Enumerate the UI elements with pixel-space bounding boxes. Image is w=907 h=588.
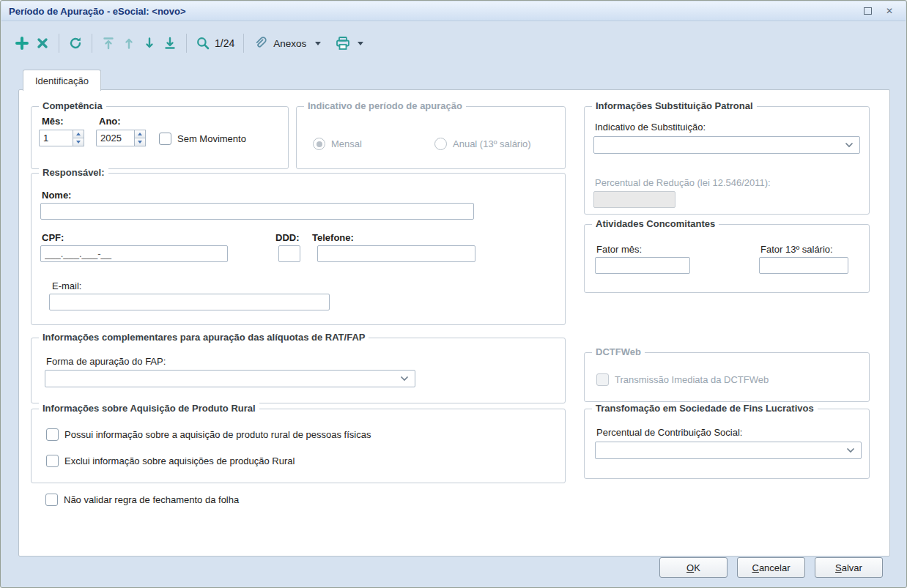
mes-down-button[interactable] bbox=[73, 138, 84, 146]
printer-icon bbox=[335, 36, 351, 51]
attachments-label[interactable]: Anexos bbox=[273, 38, 306, 49]
window-title: Período de Apuração - eSocial: <novo> bbox=[9, 6, 186, 17]
percentual-contribuicao-label: Percentual de Contribuição Social: bbox=[596, 427, 742, 438]
close-button[interactable]: ✕ bbox=[884, 5, 895, 17]
next-record-button[interactable] bbox=[139, 33, 160, 53]
mensal-radio[interactable]: Mensal bbox=[313, 138, 362, 150]
email-input[interactable] bbox=[49, 294, 330, 310]
search-button[interactable] bbox=[193, 33, 213, 53]
group-title: Indicativo de período de apuração bbox=[304, 100, 466, 111]
group-title: Transfomação em Sociedade de Fins Lucrat… bbox=[592, 403, 818, 414]
first-record-button[interactable] bbox=[98, 33, 119, 53]
telefone-input[interactable] bbox=[317, 245, 475, 262]
ok-button[interactable]: OK bbox=[659, 557, 728, 578]
radio-label: Mensal bbox=[331, 138, 362, 149]
indicativo-substituicao-label: Indicativo de Substituição: bbox=[595, 122, 706, 133]
mes-label: Mês: bbox=[42, 116, 64, 127]
save-button[interactable]: Salvar bbox=[815, 557, 883, 578]
ok-button-label: OK bbox=[686, 562, 700, 573]
refresh-button[interactable] bbox=[65, 33, 86, 53]
paperclip-icon bbox=[253, 36, 267, 51]
telefone-label: Telefone: bbox=[312, 232, 354, 243]
record-counter: 1/24 bbox=[215, 37, 234, 49]
anual-radio[interactable]: Anual (13º salário) bbox=[434, 138, 531, 150]
title-bar[interactable]: Período de Apuração - eSocial: <novo> ✕ bbox=[1, 1, 906, 21]
tab-identificacao[interactable]: Identificação bbox=[23, 70, 101, 91]
checkbox-label: Exclui informação sobre aquisições de pr… bbox=[64, 455, 295, 466]
checkbox-label: Sem Movimento bbox=[177, 133, 246, 144]
nome-input[interactable] bbox=[40, 203, 474, 220]
checkbox-icon bbox=[46, 455, 59, 467]
ano-stepper bbox=[96, 130, 146, 146]
add-icon bbox=[15, 36, 29, 51]
print-button[interactable] bbox=[333, 33, 353, 53]
group-dctfweb: DCTFWeb Transmissão Imediata da DCTFWeb bbox=[584, 352, 870, 402]
group-title: Informações sobre Aquisição de Produto R… bbox=[39, 403, 259, 414]
fator-13-input[interactable] bbox=[759, 257, 848, 274]
toolbar-separator bbox=[243, 34, 244, 53]
maximize-button[interactable] bbox=[862, 5, 873, 17]
percentual-reducao-input bbox=[593, 191, 675, 208]
checkbox-icon bbox=[45, 494, 58, 506]
spin-up-icon bbox=[138, 133, 142, 135]
form-panel: Competência Mês: Ano: Sem Movimento bbox=[18, 89, 890, 557]
checkbox-icon bbox=[596, 373, 609, 386]
ano-down-button[interactable] bbox=[135, 138, 145, 146]
nao-validar-fechamento-checkbox[interactable]: Não validar regra de fechamento da folha bbox=[45, 494, 239, 506]
close-icon: ✕ bbox=[886, 6, 893, 16]
radio-icon bbox=[434, 138, 447, 150]
group-indicativo-periodo: Indicativo de período de apuração Mensal… bbox=[296, 106, 566, 169]
checkbox-label: Possui informação sobre a aquisição de p… bbox=[64, 429, 371, 440]
cpf-input[interactable] bbox=[40, 245, 228, 262]
last-record-icon bbox=[163, 36, 177, 51]
group-title: Competência bbox=[39, 100, 106, 111]
exclui-info-aquisicoes-checkbox[interactable]: Exclui informação sobre aquisições de pr… bbox=[46, 455, 295, 467]
delete-icon bbox=[35, 36, 50, 51]
fator-mes-input[interactable] bbox=[595, 257, 690, 274]
ano-up-button[interactable] bbox=[135, 130, 145, 138]
print-dropdown-icon[interactable] bbox=[358, 42, 363, 45]
last-record-button[interactable] bbox=[160, 33, 180, 53]
group-title: DCTFWeb bbox=[592, 346, 645, 357]
mes-input[interactable] bbox=[39, 130, 73, 146]
toolbar-separator bbox=[59, 34, 59, 53]
cpf-label: CPF: bbox=[42, 232, 64, 243]
sem-movimento-checkbox[interactable]: Sem Movimento bbox=[159, 133, 246, 145]
delete-button[interactable] bbox=[32, 33, 53, 53]
search-icon bbox=[196, 36, 210, 51]
mes-up-button[interactable] bbox=[73, 130, 84, 138]
email-label: E-mail: bbox=[52, 280, 81, 291]
group-ratfap: Informações complementares para apuração… bbox=[31, 338, 566, 403]
group-atividades-concomitantes: Atividades Concomitantes Fator mês: Fato… bbox=[584, 224, 870, 293]
group-responsavel: Responsável: Nome: CPF: DDD: Telefone: E… bbox=[31, 173, 566, 325]
cancel-button[interactable]: Cancelar bbox=[737, 557, 805, 578]
add-button[interactable] bbox=[12, 33, 32, 53]
percentual-reducao-label: Percentual de Redução (lei 12.546/2011): bbox=[595, 177, 771, 188]
ano-input[interactable] bbox=[96, 130, 134, 146]
first-record-icon bbox=[101, 36, 116, 51]
group-transformacao-sociedade: Transfomação em Sociedade de Fins Lucrat… bbox=[584, 409, 870, 479]
fator-13-label: Fator 13º salário: bbox=[760, 244, 833, 255]
indicativo-substituicao-select[interactable] bbox=[593, 136, 860, 154]
chevron-down-icon bbox=[845, 142, 854, 148]
spin-down-icon bbox=[76, 141, 81, 144]
ddd-input[interactable] bbox=[278, 245, 300, 262]
maximize-icon bbox=[864, 7, 872, 15]
toolbar-separator bbox=[186, 34, 187, 53]
previous-record-button[interactable] bbox=[119, 33, 139, 53]
percentual-contribuicao-select[interactable] bbox=[595, 442, 862, 459]
nome-label: Nome: bbox=[42, 190, 71, 201]
attachments-dropdown-icon[interactable] bbox=[315, 42, 321, 45]
attachments-button[interactable] bbox=[250, 33, 270, 53]
toolbar: 1/24 Anexos bbox=[1, 21, 906, 65]
window-controls: ✕ bbox=[862, 5, 898, 17]
spin-up-icon bbox=[76, 133, 81, 135]
ddd-label: DDD: bbox=[275, 232, 300, 243]
refresh-icon bbox=[68, 36, 83, 51]
group-competencia: Competência Mês: Ano: Sem Movimento bbox=[31, 106, 289, 169]
possui-info-produto-rural-checkbox[interactable]: Possui informação sobre a aquisição de p… bbox=[46, 428, 371, 441]
spin-down-icon bbox=[138, 141, 142, 144]
group-title: Atividades Concomitantes bbox=[592, 218, 719, 229]
cancel-button-label: Cancelar bbox=[752, 562, 790, 573]
forma-fap-select[interactable] bbox=[45, 370, 415, 387]
